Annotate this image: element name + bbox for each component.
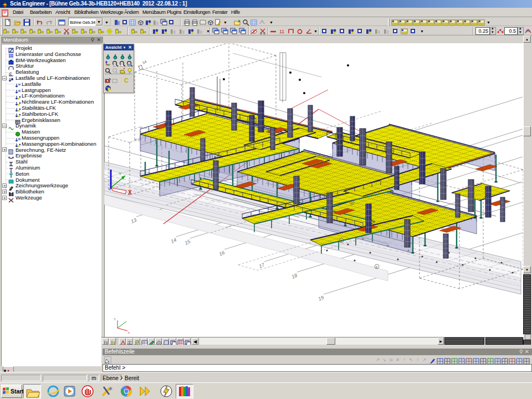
svg-text:6: 6 <box>376 265 378 269</box>
svg-text:13: 13 <box>130 217 137 224</box>
svg-text:19: 19 <box>318 295 325 302</box>
svg-text:11: 11 <box>279 29 284 34</box>
svg-text:Y: Y <box>119 171 122 176</box>
svg-text:14: 14 <box>142 59 147 65</box>
svg-text:16: 16 <box>218 250 226 257</box>
svg-text:18: 18 <box>291 273 298 280</box>
svg-text:C: C <box>124 77 129 84</box>
svg-text:Y: Y <box>114 318 116 321</box>
svg-text:15: 15 <box>184 238 192 246</box>
svg-text:14: 14 <box>170 237 177 244</box>
svg-text:X: X <box>128 190 132 196</box>
svg-text:x: x <box>128 331 130 334</box>
